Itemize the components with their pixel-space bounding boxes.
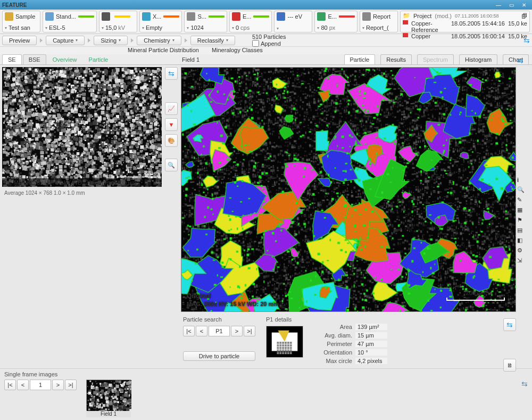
dropdown-icon[interactable]: ▾ [362,26,364,30]
tool-block[interactable]: --- eV ▾ [274,11,312,32]
project-row[interactable]: Copper18.05.2005 16:00:1415,0 ke [403,33,527,39]
minimize-button[interactable]: — [493,1,504,9]
swap-icon[interactable]: ⇆ [503,318,516,331]
swap-icon[interactable]: ⇆ [517,56,531,65]
main-pane: Field 1 Particle Results Spectrum Histog… [179,54,532,368]
project-icon: 📁 [403,12,410,19]
sizing-button[interactable]: Sizing▾ [94,36,128,45]
prev-button[interactable]: < [196,326,207,336]
detail-row: Orientation10 ° [314,349,387,356]
dropdown-icon[interactable]: ▾ [142,26,144,30]
last-button[interactable]: >| [244,326,255,336]
preview-button[interactable]: Preview [2,36,37,45]
tool-icon [232,12,240,21]
field-label: Field 1 [182,56,200,63]
particle-details: Area139 µm²Avg. diam.15 µmPerimeter47 µm… [314,324,387,364]
color-icon[interactable]: ◧ [517,237,531,244]
tool-block[interactable]: X... ▾Empty [139,11,182,32]
brush-icon[interactable]: ✎ [517,196,531,203]
tab-histogram[interactable]: Histogram [459,54,497,64]
tool-label: E... [243,13,252,20]
maximize-button[interactable]: ▭ [505,1,517,9]
tab-particle[interactable]: Particle [84,55,114,64]
frame-index-input[interactable] [30,380,51,390]
tool-icon [277,12,285,21]
close-button[interactable]: ✕ [518,1,530,9]
tool-block[interactable]: S... ▾1024 [184,11,227,32]
tab-results[interactable]: Results [380,54,412,64]
layer-icon[interactable]: ▤ [517,227,531,234]
palette-icon[interactable]: 🎨 [165,134,178,147]
tool-block[interactable]: E... ▾80px [314,11,358,32]
project-row[interactable]: Copper-Reference18.05.2005 15:44:1615,0 … [403,20,527,33]
swap-icon[interactable]: ⇆ [521,380,528,388]
export-icon[interactable]: 🗎 [503,359,516,372]
tool-block[interactable]: ▾15,0kV [99,11,137,32]
dropdown-icon[interactable]: ▾ [187,26,189,30]
next-button[interactable]: > [52,380,64,390]
reclassify-button[interactable]: Reclassify▾ [190,36,235,45]
se-image[interactable]: SE MAG: 200x HV: 15 kV WD: 20 mm Px: 1,0… [2,67,162,187]
right-sidebuttons-1: ⇆ [517,56,531,65]
frame-nav: |< < > >| [4,380,77,390]
step-arrow-icon [88,38,90,43]
prev-button[interactable]: < [17,380,29,390]
dropdown-icon[interactable]: ▾ [277,26,279,31]
grid-icon[interactable]: ▦ [517,207,531,213]
swap-icon[interactable]: ⇆ [523,36,530,45]
status-b: Mineralogy Classes [212,47,263,53]
psearch-nav: |< < > >| [183,326,255,336]
frame-thumb[interactable]: Field 1 [86,380,131,417]
step-arrow-icon [131,38,134,43]
next-button[interactable]: > [231,326,243,336]
chemistry-button[interactable]: Chemistry▾ [137,36,181,45]
append-checkbox[interactable]: Append [252,40,286,47]
zoom-icon[interactable]: 🔍 [517,186,531,193]
dropdown-icon[interactable]: ▾ [232,26,234,30]
particle-thumb [266,326,303,358]
tool-value: 1024 [190,24,203,31]
filter-icon[interactable]: ▼ [165,118,178,131]
first-button[interactable]: |< [4,380,16,390]
tool-block[interactable]: Sample ▾Test san [2,11,40,32]
tool-block[interactable]: Report ▾Report_( [360,11,398,32]
chart-icon[interactable]: 📈 [165,102,178,115]
tab-overview[interactable]: Overview [47,55,82,64]
tool-icon [317,12,326,21]
tab-se[interactable]: SE [2,54,22,64]
dropdown-icon[interactable]: ▾ [45,26,47,30]
swap-icon[interactable]: ⇆ [165,67,178,80]
zoom-icon[interactable]: 🔍 [165,159,178,171]
pdetails-title: P1 details [266,316,303,323]
last-button[interactable]: >| [65,380,77,390]
info-icon[interactable]: i [517,177,531,183]
tool-label: Sample [15,13,35,20]
tool-block[interactable]: E... ▾0cps [229,11,272,32]
export-icon[interactable]: ⇲ [517,257,531,264]
tool-icon[interactable]: ⚙ [517,247,531,254]
left-pane: SE BSE Overview Particle SE MAG: 200x HV… [0,54,179,368]
marker-icon[interactable]: ⚑ [517,217,531,224]
tool-block[interactable]: Stand... ▾ESL-5 [43,11,97,32]
tab-particle[interactable]: Particle [344,54,376,64]
particle-search-panel: Particle search |< < > >| Drive to parti… [179,314,532,376]
field-image[interactable]: Original MAG: 200x HV: 15 kV WD: 20 mm 2… [181,67,516,312]
dropdown-icon[interactable]: ▾ [5,26,7,30]
tool-icon [102,12,110,21]
se-image-caption: Average 1024 × 768 1.0 × 1.0 mm [0,189,179,197]
status-line: Mineral Particle Distribution Mineralogy… [0,47,532,54]
first-button[interactable]: |< [183,326,195,336]
particle-index-input[interactable] [209,326,230,336]
tab-bse[interactable]: BSE [23,54,46,64]
drive-to-particle-button[interactable]: Drive to particle [183,351,255,361]
dropdown-icon[interactable]: ▾ [317,26,319,30]
tool-label: X... [153,13,162,20]
project-mod: (mod.) [435,13,452,19]
capture-button[interactable]: Capture▾ [46,36,85,45]
dropdown-icon[interactable]: ▾ [102,26,104,30]
tool-value: ESL-5 [49,24,65,31]
psearch-title: Particle search [183,316,255,323]
project-action-icon[interactable]: 🗐 [521,13,527,19]
detail-row: Avg. diam.15 µm [314,332,387,339]
step-arrow-icon [40,38,43,43]
